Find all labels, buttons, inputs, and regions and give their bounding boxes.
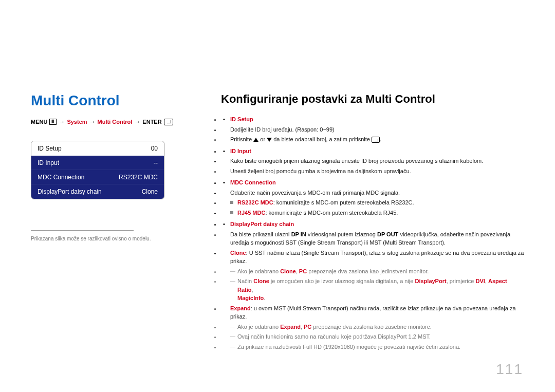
triangle-up-icon [253, 138, 258, 142]
text-line: Da biste prikazali ulazni DP IN videosig… [221, 230, 524, 247]
menu-value: Clone [142, 188, 158, 195]
menu-value: RS232C MDC [119, 174, 158, 181]
menu-label: MDC Connection [38, 174, 84, 181]
note-line: Način Clone je omogućen ako je izvor ula… [221, 277, 524, 303]
menu-label: DisplayPort daisy chain [38, 188, 102, 195]
section-title: Konfiguriranje postavki za Multi Control [221, 92, 524, 106]
menu-value: -- [154, 159, 158, 166]
text-line: Kako biste omogućili prijem ulaznog sign… [221, 157, 524, 165]
menu-value: 00 [151, 145, 158, 152]
note-line: Za prikaze na razlučivosti Full HD (1920… [221, 343, 524, 351]
text-line: Odaberite način povezivanja s MDC-om rad… [221, 189, 524, 197]
page-number: 111 [496, 361, 523, 378]
menu-row-idinput[interactable]: ID Input -- [31, 156, 164, 170]
breadcrumb-menu: MENU [31, 119, 47, 125]
breadcrumb-enter: ENTER [142, 119, 161, 125]
note-line: Ako je odabrano Clone, PC prepoznaje dva… [221, 267, 524, 276]
footnote: Prikazana slika može se razlikovati ovis… [31, 236, 195, 241]
menu-row-displayport[interactable]: DisplayPort daisy chain Clone [31, 184, 164, 199]
bullet-idinput: ID Input [221, 147, 524, 156]
note-line: Ako je odabrano Expand, PC prepoznaje dv… [221, 323, 524, 331]
menu-icon: Ⅲ [49, 119, 57, 125]
breadcrumb: MENU Ⅲ → System → Multi Control → ENTER [31, 118, 195, 125]
enter-icon [372, 137, 380, 143]
menu-row-idsetup[interactable]: ID Setup 00 [31, 141, 164, 156]
text-line: Unesti željeni broj pomoću gumba s broje… [221, 167, 524, 176]
osd-menu-panel: ID Setup 00 ID Input -- MDC Connection R… [31, 141, 164, 199]
arrow-icon: → [89, 118, 96, 125]
text-line: RS232C MDC: komunicirajte s MDC-om putem… [221, 198, 524, 207]
menu-label: ID Input [38, 159, 59, 166]
text-line: Dodijelite ID broj uređaju. (Raspon: 0~9… [221, 125, 524, 134]
page-heading: Multi Control [31, 92, 195, 109]
text-line: RJ45 MDC: komunicirajte s MDC-om putem s… [221, 209, 524, 217]
menu-row-mdc[interactable]: MDC Connection RS232C MDC [31, 170, 164, 184]
arrow-icon: → [59, 118, 65, 125]
note-line: Ovaj način funkcionira samo na računalu … [221, 332, 524, 341]
text-line: Expand: u ovom MST (Multi Stream Transpo… [221, 304, 524, 321]
enter-icon [164, 119, 173, 125]
breadcrumb-system: System [67, 119, 87, 125]
arrow-icon: → [134, 118, 140, 125]
breadcrumb-multicontrol: Multi Control [98, 119, 133, 125]
triangle-down-icon [267, 138, 272, 142]
text-line: Pritisnite or da biste odabrali broj, a … [221, 135, 524, 144]
bullet-dp: DisplayPort daisy chain [221, 220, 524, 229]
menu-label: ID Setup [38, 145, 62, 152]
content-list: ID Setup Dodijelite ID broj uređaju. (Ra… [221, 115, 524, 351]
bullet-idsetup: ID Setup [221, 115, 524, 124]
footnote-divider [31, 230, 134, 231]
text-line: Clone: U SST načinu izlaza (Single Strea… [221, 249, 524, 266]
bullet-mdc: MDC Connection [221, 178, 524, 187]
